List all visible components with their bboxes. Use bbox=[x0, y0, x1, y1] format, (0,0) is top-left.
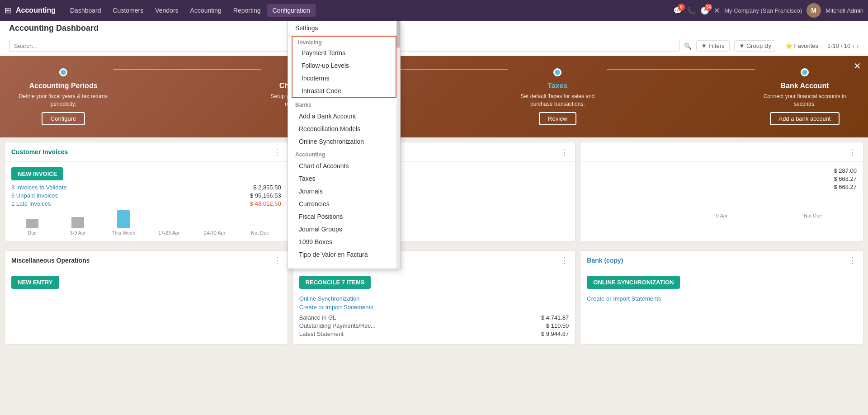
balance-row-payments: Outstanding Payments/Rec... $ 110.50 bbox=[299, 322, 569, 329]
dropdown-incoterms[interactable]: Incoterms bbox=[292, 72, 396, 85]
dropdown-settings[interactable]: Settings bbox=[288, 21, 400, 36]
dropdown-tipo-valor[interactable]: Tipo de Valor en Factura bbox=[288, 248, 400, 261]
hero-btn-1[interactable]: Configure bbox=[42, 112, 85, 125]
misc-ops-menu[interactable]: ⋮ bbox=[273, 255, 281, 265]
nav-reporting[interactable]: Reporting bbox=[228, 4, 266, 17]
import-statements-link[interactable]: Create or Import Statements bbox=[299, 304, 569, 311]
chart-lbl-24-30: 24-30 Apr bbox=[204, 230, 226, 236]
dropdown-taxes[interactable]: Taxes bbox=[288, 172, 400, 185]
pagination: 1-10 / 10 ‹ › bbox=[827, 42, 859, 50]
mid-stat-value-2: $ 668.27 bbox=[834, 175, 857, 182]
middle-stats-header: ⋮ bbox=[580, 142, 863, 162]
online-sync-link[interactable]: Online Synchronization bbox=[299, 295, 569, 302]
chart-bar-due bbox=[26, 219, 38, 228]
hero-step-taxes: Taxes Set default Taxes for sales and pu… bbox=[512, 68, 603, 126]
dropdown-add-bank-account[interactable]: Add a Bank Account bbox=[288, 110, 400, 123]
new-entry-btn[interactable]: NEW ENTRY bbox=[11, 276, 59, 289]
mid-chart-col-apr: 0 Apr bbox=[678, 213, 766, 218]
customer-invoices-card: Customer Invoices ⋮ NEW INVOICE 3 Invoic… bbox=[5, 142, 288, 241]
dropdown-intrastat-code[interactable]: Intrastat Code bbox=[292, 85, 396, 97]
customer-invoices-menu[interactable]: ⋮ bbox=[273, 147, 281, 157]
online-sync-btn-1[interactable]: ONLINE SYNCHRONIZATION bbox=[587, 276, 680, 289]
cards-header: 🔍 ▼ Filters ▼ Group By ⭐ Favorites 1-10 … bbox=[0, 36, 868, 56]
group-by-button[interactable]: ▼ Group By bbox=[734, 40, 776, 52]
hero-btn-3[interactable]: Review bbox=[539, 112, 576, 125]
customer-invoices-body: NEW INVOICE 3 Invoices to Validate $ 2,8… bbox=[5, 162, 288, 241]
pagination-next[interactable]: › bbox=[857, 42, 859, 50]
dropdown-reconciliation-models[interactable]: Reconciliation Models bbox=[288, 123, 400, 135]
create-import-link-1[interactable]: Create or Import Statements bbox=[587, 295, 857, 302]
nav-customers[interactable]: Customers bbox=[108, 4, 149, 17]
chart-col-thisweek: This Week bbox=[103, 210, 145, 236]
middle-stats-menu[interactable]: ⋮ bbox=[849, 147, 857, 157]
avatar[interactable]: M bbox=[807, 3, 821, 18]
dropdown-payment-terms[interactable]: Payment Terms bbox=[292, 47, 396, 59]
balance-gl-label: Balance in GL bbox=[299, 314, 336, 321]
search-icon[interactable]: 🔍 bbox=[684, 42, 692, 50]
dropdown-1099-boxes[interactable]: 1099 Boxes bbox=[288, 236, 400, 248]
chart-col-17-23: 17-23 Apr bbox=[148, 228, 190, 236]
apps-icon[interactable]: ⊞ bbox=[5, 5, 11, 15]
reconcile-btn[interactable]: RECONCILE 7 ITEMS bbox=[299, 276, 371, 289]
stat-row-3: 1 Late Invoices $-48,012.50 bbox=[11, 200, 281, 207]
close-icon[interactable]: ✕ bbox=[714, 6, 720, 15]
hero-close-icon[interactable]: ✕ bbox=[854, 61, 861, 71]
configuration-dropdown: Settings Invoicing Payment Terms Follow-… bbox=[288, 21, 401, 269]
content-area: 🔍 ▼ Filters ▼ Group By ⭐ Favorites 1-10 … bbox=[0, 36, 868, 349]
misc-ops-title: Miscellaneous Operations bbox=[11, 257, 273, 264]
chart-col-due: Due bbox=[11, 219, 53, 236]
dropdown-scroll[interactable]: Settings Invoicing Payment Terms Follow-… bbox=[288, 21, 400, 265]
bank-copy1-links: Create or Import Statements bbox=[587, 295, 857, 302]
dropdown-fiscal-positions[interactable]: Fiscal Positions bbox=[288, 210, 400, 223]
bank-copy1-header: Bank (copy) ⋮ bbox=[580, 251, 863, 270]
balance-row-gl: Balance in GL $ 4,741.87 bbox=[299, 314, 569, 321]
avatar-letter: M bbox=[811, 7, 816, 14]
phone-icon[interactable]: 📞 bbox=[687, 6, 696, 15]
hero-btn-4[interactable]: Add a bank account bbox=[770, 112, 840, 125]
middle-stats-card: ⋮ $ 287.00 $ 668.27 $ 668.27 bbox=[580, 142, 863, 241]
nav-dashboard[interactable]: Dashboard bbox=[65, 4, 107, 17]
chart-lbl-3-9: 3-9 Apr bbox=[70, 230, 85, 236]
bank-card-menu[interactable]: ⋮ bbox=[561, 255, 569, 265]
scrollbar-thumb[interactable] bbox=[396, 21, 400, 48]
chat-icon[interactable]: 💬 6 bbox=[673, 6, 682, 15]
chart-lbl-17-23: 17-23 Apr bbox=[158, 230, 180, 236]
scrollbar-track bbox=[396, 21, 400, 269]
dropdown-online-synchronization[interactable]: Online Synchronization bbox=[288, 135, 400, 148]
dropdown-document-types[interactable]: Document Types bbox=[288, 261, 400, 265]
new-invoice-btn[interactable]: NEW INVOICE bbox=[11, 167, 63, 180]
bank-copy1-menu[interactable]: ⋮ bbox=[849, 255, 857, 265]
middle-chart: 0 Apr Not Due bbox=[587, 196, 857, 218]
dropdown-currencies[interactable]: Currencies bbox=[288, 198, 400, 210]
dropdown-followup-levels[interactable]: Follow-up Levels bbox=[292, 59, 396, 72]
company-name: My Company (San Francisco) bbox=[724, 7, 802, 14]
app-brand: Accounting bbox=[16, 6, 56, 14]
nav-configuration[interactable]: Configuration bbox=[267, 4, 316, 17]
balance-statement-label: Latest Statement bbox=[299, 330, 344, 337]
hero-step-accounting-periods: Accounting Periods Define your fiscal ye… bbox=[18, 68, 108, 126]
chart-lbl-notdue: Not Due bbox=[251, 230, 269, 236]
vendor-bills-menu[interactable]: ⋮ bbox=[561, 147, 569, 157]
filter-button[interactable]: ▼ Filters bbox=[696, 40, 730, 52]
bank-links: Online Synchronization Create or Import … bbox=[299, 295, 569, 311]
stat-label-1: 3 Invoices to Validate bbox=[11, 184, 67, 191]
dropdown-journals[interactable]: Journals bbox=[288, 185, 400, 198]
balance-rows: Balance in GL $ 4,741.87 Outstanding Pay… bbox=[299, 314, 569, 337]
invoices-chart: Due 3-9 Apr This Week 17-23 Apr bbox=[11, 208, 281, 236]
stat-value-1: $ 2,855.50 bbox=[253, 184, 281, 191]
hero-banner: ✕ Accounting Periods Define your fiscal … bbox=[0, 56, 868, 137]
stat-row-2: 6 Unpaid Invoices $ 95,166.53 bbox=[11, 192, 281, 199]
mid-stat-row-2: $ 668.27 bbox=[587, 175, 857, 182]
favorites-button[interactable]: ⭐ Favorites bbox=[781, 41, 823, 51]
pagination-prev[interactable]: ‹ bbox=[852, 42, 854, 50]
nav-vendors[interactable]: Vendors bbox=[150, 4, 184, 17]
activity-icon[interactable]: 🕐 34 bbox=[700, 6, 709, 15]
hero-connector-1 bbox=[113, 69, 261, 70]
mid-stat-value-1: $ 287.00 bbox=[834, 167, 857, 174]
nav-accounting[interactable]: Accounting bbox=[185, 4, 227, 17]
dropdown-journal-groups[interactable]: Journal Groups bbox=[288, 223, 400, 236]
middle-stats-body: $ 287.00 $ 668.27 $ 668.27 bbox=[580, 162, 863, 224]
hero-title-3: Taxes bbox=[547, 82, 567, 90]
hero-connector-3 bbox=[607, 69, 755, 70]
dropdown-chart-of-accounts[interactable]: Chart of Accounts bbox=[288, 160, 400, 172]
